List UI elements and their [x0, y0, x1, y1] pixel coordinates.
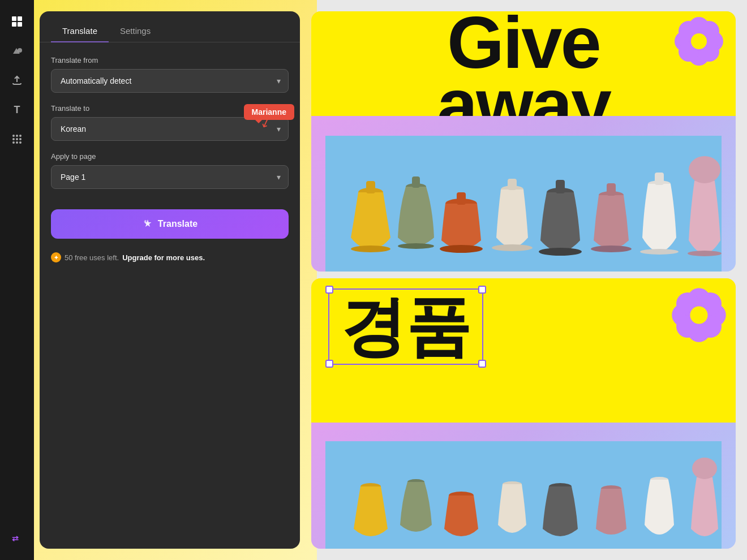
translate-from-wrapper: Automatically detect English Spanish Fre…: [51, 69, 289, 93]
selection-handle-bl[interactable]: [325, 360, 333, 368]
svg-point-58: [692, 458, 717, 479]
svg-rect-3: [18, 22, 22, 27]
shapes-icon[interactable]: [5, 38, 29, 63]
svg-point-9: [16, 138, 18, 140]
selection-handle-tr[interactable]: [478, 286, 486, 294]
translate-from-label: Translate from: [51, 56, 289, 64]
translate-to-select[interactable]: Korean English Spanish: [51, 117, 289, 141]
card-top-vases-area: [311, 136, 736, 272]
canvas-area: Give away: [306, 0, 747, 560]
apply-to-page-field: Apply to page Page 1 Page 2 All Pages ▾: [51, 152, 289, 189]
svg-rect-36: [508, 179, 517, 190]
apps-icon[interactable]: [5, 127, 29, 152]
translate-button-area: Marianne ↙ Translate: [51, 205, 289, 239]
vases-svg-top: [311, 136, 736, 272]
svg-point-5: [12, 135, 15, 137]
coin-icon: ✦: [51, 252, 61, 262]
free-uses-text: 50 free uses left.: [65, 253, 119, 262]
svg-rect-1: [18, 16, 22, 21]
apply-to-page-wrapper: Page 1 Page 2 All Pages ▾: [51, 165, 289, 189]
svg-text:⇄: ⇄: [12, 534, 19, 543]
korean-text-selected-area: 경품: [328, 288, 662, 365]
translate-nav-icon[interactable]: ⇄: [5, 526, 29, 551]
translate-to-wrapper: Korean English Spanish ▾: [51, 117, 289, 141]
svg-point-44: [640, 249, 679, 255]
upload-icon[interactable]: [5, 68, 29, 93]
flower-bottom-right-icon: [671, 287, 727, 346]
selection-border: 경품: [328, 288, 483, 365]
translate-button[interactable]: Translate: [51, 209, 289, 239]
sidebar: T ⇄: [0, 0, 34, 560]
card-top: Give away: [311, 11, 736, 272]
apply-to-page-label: Apply to page: [51, 152, 289, 161]
upgrade-link[interactable]: Upgrade for more uses.: [122, 253, 205, 262]
translate-button-label: Translate: [158, 219, 198, 229]
translate-star-icon: [142, 218, 153, 230]
translate-panel: Translate Settings Translate from Automa…: [40, 11, 300, 549]
svg-point-48: [688, 251, 722, 256]
svg-point-6: [16, 135, 18, 137]
free-uses-row: ✦ 50 free uses left. Upgrade for more us…: [51, 252, 289, 262]
svg-rect-42: [607, 183, 616, 196]
svg-point-35: [492, 244, 533, 251]
card-bottom-vases-area: [311, 441, 736, 549]
apply-to-page-select[interactable]: Page 1 Page 2 All Pages: [51, 165, 289, 189]
svg-rect-33: [457, 192, 466, 205]
svg-point-11: [12, 141, 15, 144]
svg-point-7: [19, 135, 22, 137]
svg-point-32: [440, 245, 483, 253]
flower-top-right-icon: [673, 16, 724, 69]
svg-point-26: [351, 245, 390, 252]
grid-icon[interactable]: [5, 9, 29, 34]
svg-point-47: [689, 156, 720, 183]
korean-text: 경품: [341, 294, 471, 359]
text-icon[interactable]: T: [5, 97, 29, 122]
svg-point-10: [19, 138, 22, 140]
panel-body: Translate from Automatically detect Engl…: [40, 42, 300, 276]
svg-point-41: [591, 245, 632, 252]
svg-point-29: [398, 243, 434, 249]
svg-rect-30: [412, 176, 420, 188]
svg-point-12: [16, 141, 18, 144]
svg-point-67: [690, 306, 707, 324]
svg-point-38: [539, 248, 582, 256]
tab-settings[interactable]: Settings: [109, 20, 162, 42]
svg-rect-27: [366, 181, 375, 193]
svg-rect-45: [655, 173, 664, 185]
svg-point-13: [19, 141, 22, 144]
translate-from-field: Translate from Automatically detect Engl…: [51, 56, 289, 93]
tab-translate[interactable]: Translate: [51, 20, 109, 42]
translate-from-select[interactable]: Automatically detect English Spanish Fre…: [51, 69, 289, 93]
card-bottom: 경품: [311, 278, 736, 549]
svg-rect-39: [556, 180, 565, 193]
svg-point-23: [691, 33, 707, 49]
vases-svg-bottom: [311, 441, 736, 549]
svg-rect-0: [12, 16, 16, 21]
selection-handle-br[interactable]: [478, 360, 486, 368]
panel-tabs: Translate Settings: [40, 20, 300, 42]
svg-point-8: [12, 138, 15, 140]
selection-handle-tl[interactable]: [325, 286, 333, 294]
svg-rect-2: [12, 22, 16, 27]
svg-point-4: [18, 48, 22, 53]
